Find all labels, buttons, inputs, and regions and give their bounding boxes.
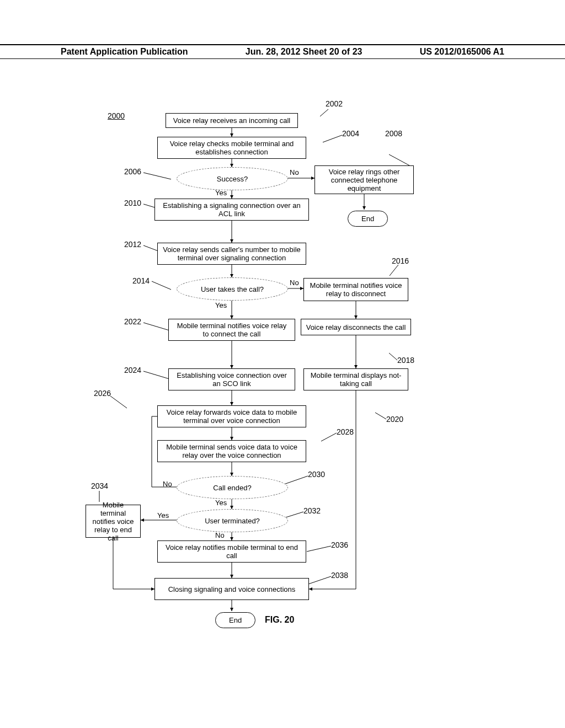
- label-no-2032: No: [215, 531, 225, 539]
- label-yes-2032: Yes: [157, 511, 169, 520]
- node-2032: User terminated?: [177, 509, 288, 532]
- svg-line-27: [390, 265, 398, 276]
- svg-line-31: [143, 371, 171, 379]
- ref-2018: 2018: [397, 356, 414, 365]
- ref-2038: 2038: [331, 571, 348, 580]
- page-header: Patent Application Publication Jun. 28, …: [0, 44, 565, 59]
- ref-2024: 2024: [124, 366, 141, 374]
- ref-2000: 2000: [108, 111, 125, 120]
- label-yes-2006: Yes: [215, 189, 227, 197]
- node-2038: Closing signaling and voice connections: [154, 578, 309, 600]
- svg-line-37: [307, 546, 331, 552]
- ref-2016: 2016: [392, 256, 409, 265]
- node-2014: User takes the call?: [177, 277, 288, 301]
- node-2010: Establishing a signaling connection over…: [154, 199, 309, 221]
- node-2018: Voice relay disconnects the call: [301, 319, 411, 335]
- figure-label: FIG. 20: [265, 615, 294, 625]
- header-left: Patent Application Publication: [61, 47, 188, 57]
- ref-2006: 2006: [124, 167, 141, 176]
- label-yes-2030: Yes: [215, 499, 227, 507]
- ref-2020: 2020: [386, 415, 403, 424]
- ref-2002: 2002: [326, 99, 343, 108]
- node-2030: Call ended?: [177, 476, 288, 499]
- svg-line-34: [284, 476, 308, 484]
- ref-2032: 2032: [303, 506, 321, 515]
- label-no-2030: No: [163, 480, 172, 488]
- node-2012: Voice relay sends caller's number to mob…: [157, 243, 306, 265]
- node-2036: Voice relay notifies mobile terminal to …: [157, 540, 306, 563]
- svg-line-30: [143, 323, 171, 331]
- svg-line-28: [389, 353, 397, 360]
- ref-2030: 2030: [308, 470, 325, 479]
- svg-line-22: [323, 135, 342, 142]
- label-no-2014: No: [290, 279, 299, 287]
- ref-2028: 2028: [337, 427, 354, 436]
- ref-2012: 2012: [124, 240, 141, 249]
- node-2034: Mobile terminal notifies voice relay to …: [86, 505, 141, 538]
- node-2008: Voice relay rings other connected teleph…: [315, 165, 414, 194]
- svg-line-26: [152, 281, 171, 290]
- node-2006: Success?: [177, 167, 288, 190]
- ref-2036: 2036: [331, 540, 348, 549]
- svg-line-23: [389, 154, 409, 165]
- terminator-end2: End: [215, 612, 255, 628]
- svg-line-20: [143, 173, 171, 179]
- node-2016: Mobile terminal notifies voice relay to …: [303, 278, 408, 301]
- header-center: Jun. 28, 2012 Sheet 20 of 23: [246, 47, 363, 57]
- node-2024: Establishing voice connection over an SC…: [168, 368, 295, 390]
- svg-line-21: [320, 109, 328, 116]
- flowchart: 2000 2002 2004 2006 2008 2010 2012 2014 …: [83, 105, 480, 656]
- svg-line-29: [375, 413, 386, 419]
- node-2028: Mobile terminal sends voice data to voic…: [157, 440, 306, 462]
- ref-2022: 2022: [124, 317, 141, 326]
- node-2004: Voice relay checks mobile terminal and e…: [157, 137, 306, 159]
- svg-line-32: [110, 396, 127, 408]
- ref-2010: 2010: [124, 199, 141, 207]
- ref-2034: 2034: [91, 481, 108, 490]
- node-2026: Voice relay forwards voice data to mobil…: [157, 405, 306, 427]
- header-right: US 2012/0165006 A1: [420, 47, 504, 57]
- terminator-end1: End: [348, 211, 388, 227]
- ref-2026: 2026: [94, 389, 111, 398]
- svg-line-38: [307, 576, 331, 585]
- label-no-2006: No: [290, 168, 299, 176]
- node-2020: Mobile terminal displays not-taking call: [303, 368, 408, 390]
- label-yes-2014: Yes: [215, 301, 227, 309]
- node-2002: Voice relay receives an incoming call: [166, 113, 298, 128]
- svg-line-33: [321, 433, 337, 441]
- node-2022: Mobile terminal notifies voice relay to …: [168, 319, 295, 341]
- ref-2008: 2008: [385, 129, 402, 138]
- ref-2014: 2014: [132, 276, 150, 285]
- ref-2004: 2004: [342, 129, 359, 138]
